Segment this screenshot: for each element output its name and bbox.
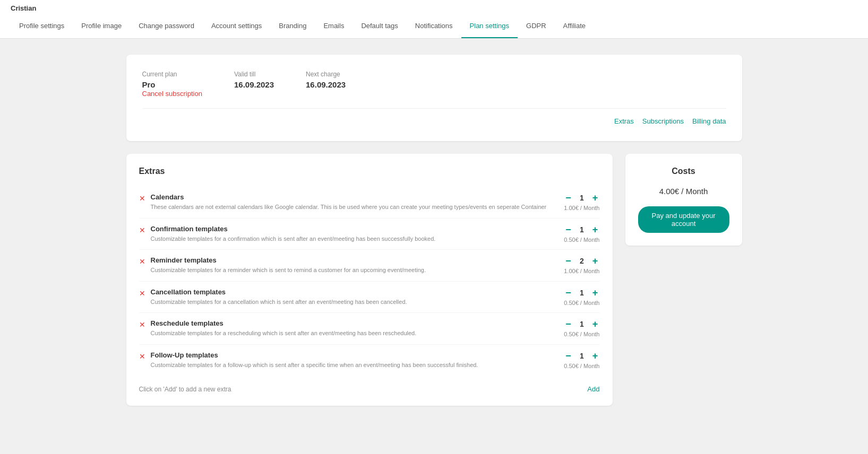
extras-list: ✕CalendarsThese calendars are not extern…	[139, 187, 600, 376]
extra-item: ✕CalendarsThese calendars are not extern…	[139, 187, 600, 219]
counter-decrement-button[interactable]: −	[564, 256, 572, 266]
counter-decrement-button[interactable]: −	[564, 193, 572, 203]
extra-item: ✕Follow-Up templatesCustomizable templat…	[139, 345, 600, 376]
counter-increment-button[interactable]: +	[591, 193, 599, 203]
counter-value: 1	[578, 225, 586, 234]
tab-emails[interactable]: Emails	[315, 14, 353, 38]
extra-info: Reschedule templatesCustomizable templat…	[151, 319, 559, 338]
counter-row: −1+	[564, 225, 599, 234]
user-name: Cristian	[11, 0, 857, 14]
counter-value: 1	[578, 352, 586, 360]
tab-default-tags[interactable]: Default tags	[353, 14, 406, 38]
counter-increment-button[interactable]: +	[591, 319, 599, 329]
counter-row: −1+	[564, 193, 599, 203]
tab-affiliate[interactable]: Affiliate	[555, 14, 594, 38]
counter-increment-button[interactable]: +	[591, 351, 599, 361]
counter-increment-button[interactable]: +	[591, 288, 599, 298]
extras-card: Extras ✕CalendarsThese calendars are not…	[126, 154, 613, 406]
valid-till-date: 16.09.2023	[234, 80, 274, 89]
tab-account-settings[interactable]: Account settings	[203, 14, 270, 38]
plan-info-row: Current plan Pro Cancel subscription Val…	[142, 71, 726, 98]
extra-info: Confirmation templatesCustomizable templ…	[151, 225, 559, 243]
top-bar: Cristian Profile settingsProfile imageCh…	[0, 0, 868, 39]
nav-tabs: Profile settingsProfile imageChange pass…	[11, 14, 857, 38]
tab-branding[interactable]: Branding	[270, 14, 315, 38]
pay-update-button[interactable]: Pay and update your account	[638, 206, 729, 233]
extra-item-title: Confirmation templates	[151, 225, 559, 233]
counter-decrement-button[interactable]: −	[564, 225, 572, 234]
tab-profile-image[interactable]: Profile image	[73, 14, 130, 38]
extra-item-title: Reminder templates	[151, 256, 559, 264]
costs-title: Costs	[638, 167, 729, 176]
valid-till-col: Valid till 16.09.2023	[234, 71, 274, 98]
extras-title: Extras	[139, 167, 600, 176]
cancel-subscription-link[interactable]: Cancel subscription	[142, 90, 202, 98]
counter-row: −2+	[564, 256, 599, 266]
extra-item-price: 1.00€ / Month	[564, 205, 599, 211]
extra-remove-icon[interactable]: ✕	[139, 320, 145, 329]
current-plan-label: Current plan	[142, 71, 202, 78]
extra-item-desc: Customizable templates for a follow-up w…	[151, 361, 559, 370]
costs-card: Costs 4.00€ / Month Pay and update your …	[625, 154, 742, 246]
counter-value: 2	[578, 257, 586, 265]
extra-item-price: 0.50€ / Month	[564, 363, 599, 369]
extra-item-price: 1.00€ / Month	[564, 268, 599, 274]
subscriptions-link[interactable]: Subscriptions	[642, 117, 684, 125]
current-plan-col: Current plan Pro Cancel subscription	[142, 71, 202, 98]
extra-item-desc: Customizable templates for a reschedulin…	[151, 329, 559, 338]
next-charge-date: 16.09.2023	[306, 80, 346, 89]
counter-decrement-button[interactable]: −	[564, 351, 572, 361]
extra-control: −1+0.50€ / Month	[564, 288, 599, 306]
extra-remove-icon[interactable]: ✕	[139, 257, 145, 266]
extra-item-desc: Customizable templates for a cancellatio…	[151, 298, 559, 307]
extra-control: −1+0.50€ / Month	[564, 351, 599, 369]
page-content: Current plan Pro Cancel subscription Val…	[116, 39, 753, 422]
extra-item-title: Calendars	[151, 193, 559, 201]
extra-info: Reminder templatesCustomizable templates…	[151, 256, 559, 275]
add-extra-link[interactable]: Add	[587, 385, 599, 393]
extra-item-title: Cancellation templates	[151, 288, 559, 296]
counter-increment-button[interactable]: +	[591, 225, 599, 234]
extra-item-desc: These calendars are not external calenda…	[151, 203, 559, 212]
plan-actions: Extras Subscriptions Billing data	[142, 108, 726, 125]
extra-item: ✕Cancellation templatesCustomizable temp…	[139, 282, 600, 313]
billing-data-link[interactable]: Billing data	[692, 117, 726, 125]
tab-gdpr[interactable]: GDPR	[518, 14, 555, 38]
extra-item-price: 0.50€ / Month	[564, 331, 599, 337]
extra-info: Cancellation templatesCustomizable templ…	[151, 288, 559, 307]
extra-item-title: Reschedule templates	[151, 319, 559, 327]
extra-info: CalendarsThese calendars are not externa…	[151, 193, 559, 212]
add-extra-hint: Click on 'Add' to add a new extra	[139, 386, 231, 393]
tab-change-password[interactable]: Change password	[130, 14, 203, 38]
extra-remove-icon[interactable]: ✕	[139, 226, 145, 234]
counter-decrement-button[interactable]: −	[564, 319, 572, 329]
bottom-section: Extras ✕CalendarsThese calendars are not…	[126, 154, 742, 406]
counter-row: −1+	[564, 288, 599, 298]
extra-item: ✕Confirmation templatesCustomizable temp…	[139, 219, 600, 250]
extra-remove-icon[interactable]: ✕	[139, 289, 145, 298]
tab-notifications[interactable]: Notifications	[407, 14, 461, 38]
counter-value: 1	[578, 289, 586, 297]
extra-control: −2+1.00€ / Month	[564, 256, 599, 274]
valid-till-label: Valid till	[234, 71, 274, 78]
add-extra-row: Click on 'Add' to add a new extra Add	[139, 378, 600, 393]
counter-row: −1+	[564, 319, 599, 329]
extra-control: −1+1.00€ / Month	[564, 193, 599, 211]
next-charge-label: Next charge	[306, 71, 346, 78]
extra-item-price: 0.50€ / Month	[564, 300, 599, 306]
counter-increment-button[interactable]: +	[591, 256, 599, 266]
tab-plan-settings[interactable]: Plan settings	[461, 14, 518, 38]
extra-remove-icon[interactable]: ✕	[139, 194, 145, 203]
extra-item: ✕Reminder templatesCustomizable template…	[139, 250, 600, 282]
extra-item-price: 0.50€ / Month	[564, 237, 599, 243]
tab-profile-settings[interactable]: Profile settings	[11, 14, 73, 38]
counter-decrement-button[interactable]: −	[564, 288, 572, 298]
extras-link[interactable]: Extras	[614, 117, 634, 125]
counter-value: 1	[578, 194, 586, 202]
extra-control: −1+0.50€ / Month	[564, 225, 599, 243]
extra-item-desc: Customizable templates for a confirmatio…	[151, 234, 559, 243]
counter-row: −1+	[564, 351, 599, 361]
extra-remove-icon[interactable]: ✕	[139, 352, 145, 361]
extra-control: −1+0.50€ / Month	[564, 319, 599, 337]
extra-item-title: Follow-Up templates	[151, 351, 559, 359]
